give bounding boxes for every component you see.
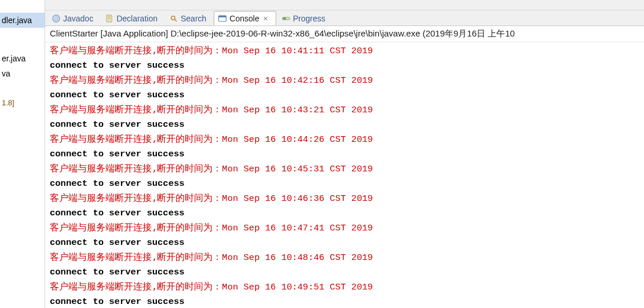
tab-javadoc[interactable]: @ Javadoc	[47, 11, 100, 25]
package-explorer-fragment: dler.java er.java va 1.8]	[0, 0, 45, 308]
console-line-stderr: 客户端与服务端断开连接,断开的时间为：Mon Sep 16 10:47:41 C…	[50, 221, 641, 236]
svg-text:@: @	[53, 16, 58, 21]
console-line-stderr: 客户端与服务端断开连接,断开的时间为：Mon Sep 16 10:48:46 C…	[50, 250, 641, 265]
tab-label: Search	[181, 13, 206, 24]
console-line-stdout: connect to server success	[50, 177, 641, 191]
app-root: dler.java er.java va 1.8] @ Javadoc Decl…	[0, 0, 644, 308]
console-line-stderr: 客户端与服务端断开连接,断开的时间为：Mon Sep 16 10:49:51 C…	[50, 280, 641, 295]
tab-label: Javadoc	[63, 13, 93, 24]
console-line-stderr: 客户端与服务端断开连接,断开的时间为：Mon Sep 16 10:41:11 C…	[50, 43, 641, 58]
tab-console[interactable]: Console ✕	[214, 11, 276, 25]
file-item[interactable]: er.java	[0, 51, 45, 66]
console-process-header: ClientStarter [Java Application] D:\ecli…	[45, 25, 644, 42]
tab-declaration[interactable]: Declaration	[101, 11, 164, 25]
console-line-stderr: 客户端与服务端断开连接,断开的时间为：Mon Sep 16 10:42:16 C…	[50, 73, 641, 88]
console-line-stdout: connect to server success	[50, 118, 641, 132]
console-icon	[218, 14, 227, 23]
console-output[interactable]: 客户端与服务端断开连接,断开的时间为：Mon Sep 16 10:41:11 C…	[45, 42, 644, 308]
console-line-stderr: 客户端与服务端断开连接,断开的时间为：Mon Sep 16 10:44:26 C…	[50, 132, 641, 147]
file-item[interactable]: dler.java	[0, 13, 45, 28]
tab-label: Progress	[293, 13, 325, 24]
svg-rect-8	[219, 16, 226, 17]
tab-label: Console	[229, 13, 259, 24]
console-line-stderr: 客户端与服务端断开连接,断开的时间为：Mon Sep 16 10:45:31 C…	[50, 162, 641, 177]
toolbar-strip	[45, 0, 644, 10]
console-line-stderr: 客户端与服务端断开连接,断开的时间为：Mon Sep 16 10:43:21 C…	[50, 102, 641, 118]
view-tabbar: @ Javadoc Declaration Search	[45, 10, 644, 25]
console-line-stdout: connect to server success	[50, 147, 641, 162]
file-item[interactable]: va	[0, 66, 45, 81]
svg-point-5	[171, 16, 175, 20]
console-line-stdout: connect to server success	[50, 206, 641, 221]
tab-progress[interactable]: Progress	[277, 11, 332, 25]
tab-label: Declaration	[116, 13, 158, 24]
console-line-stdout: connect to server success	[50, 88, 641, 102]
at-icon: @	[52, 14, 61, 23]
file-icon	[105, 14, 114, 23]
close-icon[interactable]: ✕	[262, 14, 270, 23]
tab-search[interactable]: Search	[165, 11, 213, 25]
svg-line-6	[174, 20, 177, 22]
svg-rect-10	[283, 17, 286, 20]
console-line-stdout: connect to server success	[50, 58, 641, 73]
search-icon	[169, 14, 178, 23]
console-line-stdout: connect to server success	[50, 265, 641, 280]
main-area: @ Javadoc Declaration Search	[45, 0, 644, 308]
jre-library-item[interactable]: 1.8]	[0, 96, 45, 111]
console-line-stderr: 客户端与服务端断开连接,断开的时间为：Mon Sep 16 10:46:36 C…	[50, 191, 641, 206]
console-line-stdout: connect to server success	[50, 295, 641, 308]
progress-icon	[281, 14, 291, 23]
console-line-stdout: connect to server success	[50, 236, 641, 250]
